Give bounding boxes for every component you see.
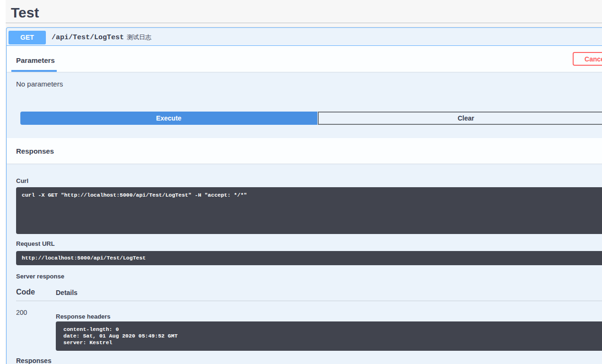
tag-divider [6,23,602,23]
opblock-get: GET /api/Test/LogTest 测试日志 Parameters Ca… [6,27,602,364]
parameters-body: No parameters Execute Clear [7,72,602,138]
response-headers-label: Response headers [56,301,602,320]
tag-section-header: Test [6,0,602,27]
response-headers-block: content-length: 0 date: Sat, 01 Aug 2020… [56,321,602,351]
responses-title: Responses [16,147,54,155]
responses-body: Curl curl -X GET "http://localhost:5000/… [7,164,602,364]
responses-header: Responses [7,138,602,164]
server-response-label: Server response [16,273,602,280]
tab-parameters[interactable]: Parameters [16,56,55,65]
operation-path[interactable]: /api/Test/LogTest [52,34,124,42]
response-details-cell: Response headers content-length: 0 date:… [56,301,602,351]
request-url-text: http://localhost:5000/api/Test/LogTest [22,255,602,261]
curl-command-text: curl -X GET "http://localhost:5000/api/T… [22,192,602,199]
response-header-line: content-length: 0 [63,326,602,333]
curl-label: Curl [16,164,602,184]
operation-description: 测试日志 [127,33,151,42]
response-code: 200 [16,301,56,351]
documented-responses-label: Responses [16,357,602,364]
operation-summary[interactable]: GET /api/Test/LogTest 测试日志 [7,28,602,46]
execute-button[interactable]: Execute [20,112,317,125]
tag-title[interactable]: Test [11,6,39,20]
method-badge: GET [9,31,46,44]
response-header-line: server: Kestrel [63,339,602,346]
curl-command-block[interactable]: curl -X GET "http://localhost:5000/api/T… [16,187,602,234]
no-parameters-message: No parameters [16,80,63,88]
details-column-header: Details [56,286,78,301]
server-response-table: Code Details 200 Response headers conten… [16,286,602,351]
request-url-label: Request URL [16,241,602,247]
execute-button-group: Execute Clear [20,112,602,125]
table-row: 200 Response headers content-length: 0 d… [16,301,602,351]
table-header-row: Code Details [16,286,602,301]
cancel-button[interactable]: Cancel [573,52,602,66]
clear-button[interactable]: Clear [318,112,602,125]
request-url-block: http://localhost:5000/api/Test/LogTest [16,251,602,265]
code-column-header: Code [16,286,56,301]
parameters-header: Parameters Cancel [7,46,602,72]
response-header-line: date: Sat, 01 Aug 2020 05:49:52 GMT [63,333,602,339]
